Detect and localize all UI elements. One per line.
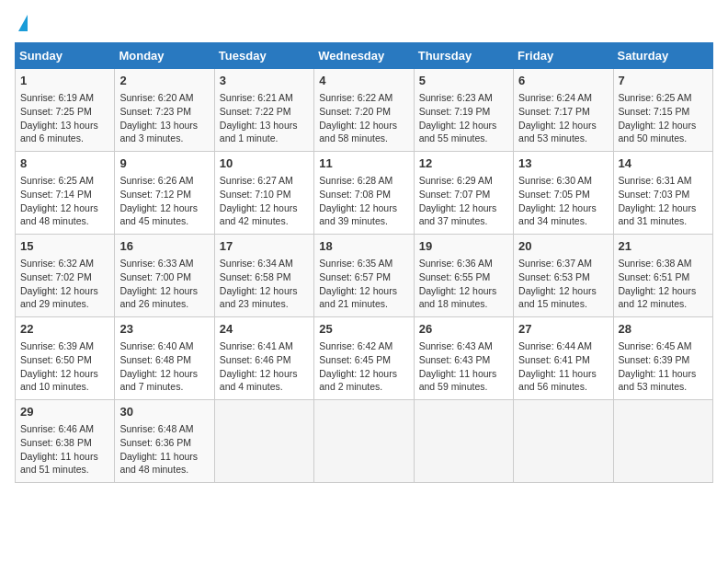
day-info: Sunrise: 6:46 AM Sunset: 6:38 PM Dayligh… xyxy=(20,422,109,477)
calendar-day-header: Saturday xyxy=(613,43,712,69)
calendar-day-cell: 22Sunrise: 6:39 AM Sunset: 6:50 PM Dayli… xyxy=(16,317,115,400)
day-number: 23 xyxy=(119,321,209,338)
day-number: 6 xyxy=(518,73,608,89)
day-number: 24 xyxy=(220,321,309,338)
calendar-day-cell: 20Sunrise: 6:37 AM Sunset: 6:53 PM Dayli… xyxy=(514,235,613,317)
day-number: 3 xyxy=(220,73,309,89)
calendar-day-cell: 30Sunrise: 6:48 AM Sunset: 6:36 PM Dayli… xyxy=(115,400,214,483)
day-number: 22 xyxy=(20,321,109,338)
day-number: 16 xyxy=(119,238,209,255)
calendar-week-row: 1Sunrise: 6:19 AM Sunset: 7:25 PM Daylig… xyxy=(16,69,713,152)
calendar-day-cell: 29Sunrise: 6:46 AM Sunset: 6:38 PM Dayli… xyxy=(16,400,115,483)
day-info: Sunrise: 6:35 AM Sunset: 6:57 PM Dayligh… xyxy=(319,257,408,311)
day-number: 26 xyxy=(419,321,508,338)
day-info: Sunrise: 6:31 AM Sunset: 7:03 PM Dayligh… xyxy=(619,174,708,228)
day-info: Sunrise: 6:38 AM Sunset: 6:51 PM Dayligh… xyxy=(619,257,708,311)
day-number: 9 xyxy=(119,155,209,172)
day-number: 28 xyxy=(619,321,708,338)
day-info: Sunrise: 6:30 AM Sunset: 7:05 PM Dayligh… xyxy=(518,174,608,228)
calendar-day-cell: 14Sunrise: 6:31 AM Sunset: 7:03 PM Dayli… xyxy=(613,152,712,235)
empty-cell xyxy=(414,400,513,483)
day-number: 25 xyxy=(319,321,408,338)
calendar-day-cell: 5Sunrise: 6:23 AM Sunset: 7:19 PM Daylig… xyxy=(414,69,513,152)
calendar-day-cell: 3Sunrise: 6:21 AM Sunset: 7:22 PM Daylig… xyxy=(214,69,313,152)
calendar-day-cell: 15Sunrise: 6:32 AM Sunset: 7:02 PM Dayli… xyxy=(16,235,115,317)
calendar-header-row: SundayMondayTuesdayWednesdayThursdayFrid… xyxy=(16,43,713,69)
day-number: 30 xyxy=(119,404,209,420)
calendar-day-cell: 13Sunrise: 6:30 AM Sunset: 7:05 PM Dayli… xyxy=(514,152,613,235)
day-info: Sunrise: 6:34 AM Sunset: 6:58 PM Dayligh… xyxy=(220,257,309,311)
calendar-day-cell: 6Sunrise: 6:24 AM Sunset: 7:17 PM Daylig… xyxy=(514,69,613,152)
day-number: 12 xyxy=(419,155,508,172)
calendar-day-cell: 17Sunrise: 6:34 AM Sunset: 6:58 PM Dayli… xyxy=(214,235,313,317)
empty-cell xyxy=(613,400,712,483)
calendar-day-cell: 4Sunrise: 6:22 AM Sunset: 7:20 PM Daylig… xyxy=(314,69,414,152)
day-number: 20 xyxy=(518,238,608,255)
calendar-day-cell: 16Sunrise: 6:33 AM Sunset: 7:00 PM Dayli… xyxy=(115,235,214,317)
day-info: Sunrise: 6:24 AM Sunset: 7:17 PM Dayligh… xyxy=(518,91,608,145)
calendar-week-row: 22Sunrise: 6:39 AM Sunset: 6:50 PM Dayli… xyxy=(16,317,713,400)
empty-cell xyxy=(214,400,313,483)
day-number: 10 xyxy=(220,155,309,172)
page-header xyxy=(15,15,713,31)
day-info: Sunrise: 6:44 AM Sunset: 6:41 PM Dayligh… xyxy=(518,339,608,394)
day-info: Sunrise: 6:28 AM Sunset: 7:08 PM Dayligh… xyxy=(319,174,408,228)
day-info: Sunrise: 6:26 AM Sunset: 7:12 PM Dayligh… xyxy=(119,174,209,228)
day-info: Sunrise: 6:21 AM Sunset: 7:22 PM Dayligh… xyxy=(220,91,309,145)
calendar-day-header: Friday xyxy=(514,43,613,69)
day-info: Sunrise: 6:20 AM Sunset: 7:23 PM Dayligh… xyxy=(119,91,209,145)
day-info: Sunrise: 6:40 AM Sunset: 6:48 PM Dayligh… xyxy=(119,339,209,394)
day-info: Sunrise: 6:32 AM Sunset: 7:02 PM Dayligh… xyxy=(20,257,109,311)
calendar-day-cell: 12Sunrise: 6:29 AM Sunset: 7:07 PM Dayli… xyxy=(414,152,513,235)
day-info: Sunrise: 6:22 AM Sunset: 7:20 PM Dayligh… xyxy=(319,91,408,145)
logo xyxy=(15,15,28,31)
calendar-day-cell: 1Sunrise: 6:19 AM Sunset: 7:25 PM Daylig… xyxy=(16,69,115,152)
day-number: 2 xyxy=(119,73,209,89)
day-info: Sunrise: 6:42 AM Sunset: 6:45 PM Dayligh… xyxy=(319,339,408,394)
day-info: Sunrise: 6:23 AM Sunset: 7:19 PM Dayligh… xyxy=(419,91,508,145)
day-info: Sunrise: 6:48 AM Sunset: 6:36 PM Dayligh… xyxy=(119,422,209,477)
day-info: Sunrise: 6:43 AM Sunset: 6:43 PM Dayligh… xyxy=(419,339,508,394)
day-number: 21 xyxy=(619,238,708,255)
calendar-day-cell: 21Sunrise: 6:38 AM Sunset: 6:51 PM Dayli… xyxy=(613,235,712,317)
day-info: Sunrise: 6:39 AM Sunset: 6:50 PM Dayligh… xyxy=(20,339,109,394)
calendar-day-header: Wednesday xyxy=(314,43,414,69)
day-number: 4 xyxy=(319,73,408,89)
empty-cell xyxy=(514,400,613,483)
day-number: 5 xyxy=(419,73,508,89)
calendar-week-row: 29Sunrise: 6:46 AM Sunset: 6:38 PM Dayli… xyxy=(16,400,713,483)
calendar-day-cell: 10Sunrise: 6:27 AM Sunset: 7:10 PM Dayli… xyxy=(214,152,313,235)
day-number: 7 xyxy=(619,73,708,89)
day-number: 8 xyxy=(20,155,109,172)
day-info: Sunrise: 6:25 AM Sunset: 7:15 PM Dayligh… xyxy=(619,91,708,145)
calendar-day-cell: 2Sunrise: 6:20 AM Sunset: 7:23 PM Daylig… xyxy=(115,69,214,152)
day-info: Sunrise: 6:37 AM Sunset: 6:53 PM Dayligh… xyxy=(518,257,608,311)
calendar-day-cell: 11Sunrise: 6:28 AM Sunset: 7:08 PM Dayli… xyxy=(314,152,414,235)
day-number: 1 xyxy=(20,73,109,89)
calendar-day-header: Sunday xyxy=(16,43,115,69)
day-info: Sunrise: 6:25 AM Sunset: 7:14 PM Dayligh… xyxy=(20,174,109,228)
day-number: 14 xyxy=(619,155,708,172)
calendar-day-header: Tuesday xyxy=(214,43,313,69)
calendar-week-row: 8Sunrise: 6:25 AM Sunset: 7:14 PM Daylig… xyxy=(16,152,713,235)
calendar-day-cell: 23Sunrise: 6:40 AM Sunset: 6:48 PM Dayli… xyxy=(115,317,214,400)
calendar-day-cell: 24Sunrise: 6:41 AM Sunset: 6:46 PM Dayli… xyxy=(214,317,313,400)
calendar-day-cell: 8Sunrise: 6:25 AM Sunset: 7:14 PM Daylig… xyxy=(16,152,115,235)
calendar-day-cell: 28Sunrise: 6:45 AM Sunset: 6:39 PM Dayli… xyxy=(613,317,712,400)
day-number: 11 xyxy=(319,155,408,172)
day-number: 27 xyxy=(518,321,608,338)
calendar-day-header: Monday xyxy=(115,43,214,69)
day-number: 15 xyxy=(20,238,109,255)
calendar-day-cell: 9Sunrise: 6:26 AM Sunset: 7:12 PM Daylig… xyxy=(115,152,214,235)
calendar-day-cell: 19Sunrise: 6:36 AM Sunset: 6:55 PM Dayli… xyxy=(414,235,513,317)
empty-cell xyxy=(314,400,414,483)
day-info: Sunrise: 6:45 AM Sunset: 6:39 PM Dayligh… xyxy=(619,339,708,394)
calendar-day-cell: 18Sunrise: 6:35 AM Sunset: 6:57 PM Dayli… xyxy=(314,235,414,317)
day-number: 18 xyxy=(319,238,408,255)
logo-triangle-icon xyxy=(18,15,28,31)
calendar-day-header: Thursday xyxy=(414,43,513,69)
day-number: 13 xyxy=(518,155,608,172)
calendar-week-row: 15Sunrise: 6:32 AM Sunset: 7:02 PM Dayli… xyxy=(16,235,713,317)
day-info: Sunrise: 6:41 AM Sunset: 6:46 PM Dayligh… xyxy=(220,339,309,394)
day-info: Sunrise: 6:27 AM Sunset: 7:10 PM Dayligh… xyxy=(220,174,309,228)
